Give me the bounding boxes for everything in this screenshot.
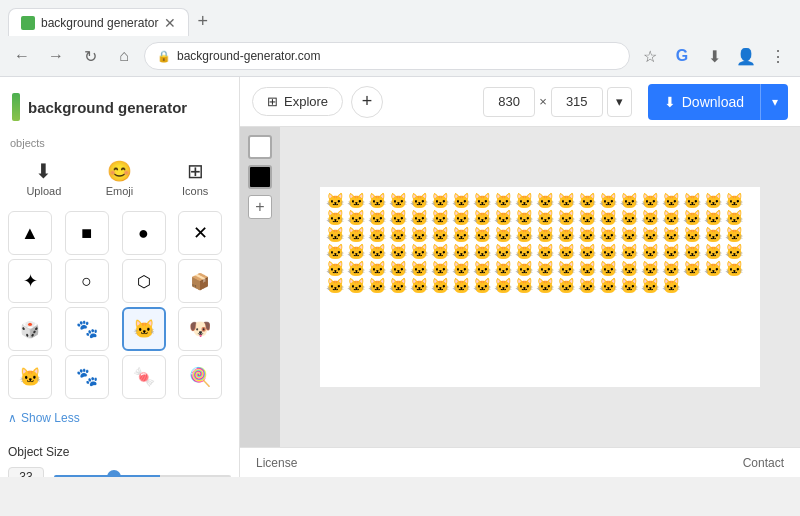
forward-button[interactable]: → xyxy=(42,42,70,70)
obj-candy[interactable]: 🍬 xyxy=(122,355,166,399)
download-group: ⬇ Download ▾ xyxy=(648,84,788,120)
cat-emoji: 🐱 xyxy=(599,278,618,293)
cat-emoji: 🐱 xyxy=(725,227,744,242)
cat-emoji: 🐱 xyxy=(557,261,576,276)
preview-area: 🐱🐱🐱🐱🐱🐱🐱🐱🐱🐱🐱🐱🐱🐱🐱🐱🐱🐱🐱🐱🐱🐱🐱🐱🐱🐱🐱🐱🐱🐱🐱🐱🐱🐱🐱🐱🐱🐱🐱🐱… xyxy=(280,127,800,447)
upload-action[interactable]: ⬇ Upload xyxy=(8,153,80,203)
cat-emoji: 🐱 xyxy=(410,227,429,242)
cat-emoji: 🐱 xyxy=(662,278,681,293)
cat-emoji: 🐱 xyxy=(347,261,366,276)
profile-button[interactable]: 👤 xyxy=(732,42,760,70)
cat-emoji: 🐱 xyxy=(704,193,723,208)
contact-link[interactable]: Contact xyxy=(743,456,784,470)
color-panel: + xyxy=(240,127,280,447)
obj-box3d[interactable]: ⬡ xyxy=(122,259,166,303)
obj-paw2[interactable]: 🐾 xyxy=(65,355,109,399)
obj-triangle[interactable]: ▲ xyxy=(8,211,52,255)
cat-emoji: 🐱 xyxy=(347,210,366,225)
cat-emoji: 🐱 xyxy=(431,227,450,242)
emoji-label: Emoji xyxy=(106,185,134,197)
cat-emoji: 🐱 xyxy=(536,227,555,242)
object-size-label: Object Size xyxy=(8,445,231,459)
icons-icon: ⊞ xyxy=(187,159,204,183)
obj-cat[interactable]: 🐱 xyxy=(122,307,166,351)
obj-square[interactable]: ■ xyxy=(65,211,109,255)
cat-emoji: 🐱 xyxy=(347,193,366,208)
nav-icons: ☆ G ⬇ 👤 ⋮ xyxy=(636,42,792,70)
main-area: ⊞ Explore + × ▾ ⬇ Download ▾ xyxy=(240,77,800,477)
obj-cat2[interactable]: 🐱 xyxy=(8,355,52,399)
refresh-button[interactable]: ↻ xyxy=(76,42,104,70)
cat-emoji: 🐱 xyxy=(326,193,345,208)
cat-emoji: 🐱 xyxy=(431,278,450,293)
cat-emoji: 🐱 xyxy=(536,278,555,293)
cat-emoji: 🐱 xyxy=(620,227,639,242)
explore-button[interactable]: ⊞ Explore xyxy=(252,87,343,116)
black-color-swatch[interactable] xyxy=(248,165,272,189)
cat-emoji: 🐱 xyxy=(389,244,408,259)
download-button[interactable]: ⬇ Download xyxy=(648,84,760,120)
nav-g-button[interactable]: G xyxy=(668,42,696,70)
show-less-button[interactable]: ∧ Show Less xyxy=(8,407,231,429)
download-chevron-icon: ▾ xyxy=(772,95,778,109)
cat-emoji: 🐱 xyxy=(683,244,702,259)
size-dropdown-button[interactable]: ▾ xyxy=(607,87,632,117)
download-nav-button[interactable]: ⬇ xyxy=(700,42,728,70)
icons-action[interactable]: ⊞ Icons xyxy=(159,153,231,203)
home-button[interactable]: ⌂ xyxy=(110,42,138,70)
cat-emoji: 🐱 xyxy=(515,278,534,293)
new-tab-button[interactable]: + xyxy=(189,7,216,36)
bookmark-button[interactable]: ☆ xyxy=(636,42,664,70)
height-input[interactable] xyxy=(551,87,603,117)
address-bar[interactable]: 🔒 background-generator.com xyxy=(144,42,630,70)
toolbar: ⊞ Explore + × ▾ ⬇ Download ▾ xyxy=(240,77,800,127)
cat-emoji: 🐱 xyxy=(431,193,450,208)
cat-emoji: 🐱 xyxy=(515,244,534,259)
add-button[interactable]: + xyxy=(351,86,383,118)
obj-lollipop[interactable]: 🍭 xyxy=(178,355,222,399)
add-icon: + xyxy=(362,91,373,112)
canvas-area: + 🐱🐱🐱🐱🐱🐱🐱🐱🐱🐱🐱🐱🐱🐱🐱🐱🐱🐱🐱🐱🐱🐱🐱🐱🐱🐱🐱🐱🐱🐱🐱🐱🐱🐱🐱🐱🐱🐱… xyxy=(240,127,800,447)
cat-emoji: 🐱 xyxy=(494,210,513,225)
width-input[interactable] xyxy=(483,87,535,117)
objects-section-title: Objects xyxy=(8,133,231,153)
obj-ring[interactable]: ○ xyxy=(65,259,109,303)
cat-emoji: 🐱 xyxy=(326,210,345,225)
obj-cube[interactable]: 🎲 xyxy=(8,307,52,351)
cat-emoji: 🐱 xyxy=(326,261,345,276)
menu-button[interactable]: ⋮ xyxy=(764,42,792,70)
bg-preview: 🐱🐱🐱🐱🐱🐱🐱🐱🐱🐱🐱🐱🐱🐱🐱🐱🐱🐱🐱🐱🐱🐱🐱🐱🐱🐱🐱🐱🐱🐱🐱🐱🐱🐱🐱🐱🐱🐱🐱🐱… xyxy=(320,187,760,387)
cat-emoji: 🐱 xyxy=(431,210,450,225)
cat-emoji: 🐱 xyxy=(368,193,387,208)
tab-close-button[interactable]: ✕ xyxy=(164,15,176,31)
cat-emoji: 🐱 xyxy=(662,261,681,276)
obj-dog[interactable]: 🐶 xyxy=(178,307,222,351)
cat-emoji: 🐱 xyxy=(410,261,429,276)
cat-emoji: 🐱 xyxy=(683,193,702,208)
obj-paw[interactable]: 🐾 xyxy=(65,307,109,351)
explore-icon: ⊞ xyxy=(267,94,278,109)
cat-emoji: 🐱 xyxy=(494,261,513,276)
back-button[interactable]: ← xyxy=(8,42,36,70)
active-tab[interactable]: background generator ✕ xyxy=(8,8,189,36)
obj-circle[interactable]: ● xyxy=(122,211,166,255)
add-color-button[interactable]: + xyxy=(248,195,272,219)
white-color-swatch[interactable] xyxy=(248,135,272,159)
cat-emoji: 🐱 xyxy=(347,278,366,293)
cat-emoji: 🐱 xyxy=(473,278,492,293)
cat-emoji: 🐱 xyxy=(347,227,366,242)
tab-label: background generator xyxy=(41,16,158,30)
obj-box-open[interactable]: 📦 xyxy=(178,259,222,303)
emoji-icon: 😊 xyxy=(107,159,132,183)
obj-star[interactable]: ✦ xyxy=(8,259,52,303)
cat-emoji: 🐱 xyxy=(368,210,387,225)
emoji-action[interactable]: 😊 Emoji xyxy=(84,153,156,203)
show-less-label: Show Less xyxy=(21,411,80,425)
object-size-slider[interactable] xyxy=(54,475,231,477)
download-dropdown-button[interactable]: ▾ xyxy=(760,84,788,120)
cat-emoji: 🐱 xyxy=(641,244,660,259)
cat-emoji: 🐱 xyxy=(452,210,471,225)
license-link[interactable]: License xyxy=(256,456,297,470)
cat-emoji: 🐱 xyxy=(578,278,597,293)
obj-cross[interactable]: ✕ xyxy=(178,211,222,255)
